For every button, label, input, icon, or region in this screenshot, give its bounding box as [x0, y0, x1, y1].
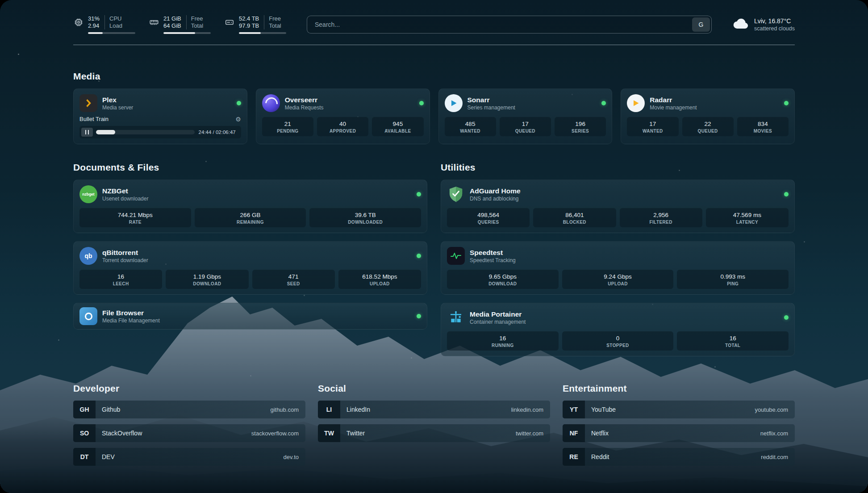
service-desc: Media server — [102, 104, 133, 111]
service-card-filebrowser[interactable]: File Browser Media File Management — [73, 303, 427, 330]
stat-total: 16 TOTAL — [677, 331, 789, 351]
stat-queued: 17 QUEUED — [500, 117, 551, 136]
resource-widgets: 31% 2.94 CPU Load — [73, 15, 286, 34]
cpu-values: 31% 2.94 — [88, 15, 100, 29]
playback-progress-track[interactable] — [96, 130, 195, 134]
service-desc: Torrent downloader — [102, 257, 148, 264]
github-abbr-icon: GH — [73, 401, 96, 418]
service-desc: Media File Management — [102, 317, 160, 324]
status-indicator — [417, 254, 421, 258]
qbittorrent-icon: qb — [79, 247, 97, 265]
section-documents: Documents & Files nzbget NZBGet Usenet d… — [73, 162, 427, 356]
bookmark-netflix[interactable]: NF Netflix netflix.com — [563, 424, 795, 442]
stackoverflow-abbr-icon: SO — [73, 424, 96, 442]
bookmark-stackoverflow[interactable]: SO StackOverflow stackoverflow.com — [73, 424, 305, 442]
service-card-sonarr[interactable]: Sonarr Series management 485 WANTED 17 Q… — [438, 88, 613, 144]
service-card-adguard[interactable]: AdGuard Home DNS and adblocking 498,564 … — [441, 180, 795, 233]
status-indicator — [419, 101, 424, 105]
bookmark-title-entertainment: Entertainment — [563, 383, 795, 394]
service-name: Sonarr — [467, 96, 515, 104]
cpu-widget: 31% 2.94 CPU Load — [73, 15, 135, 34]
bookmark-group-entertainment: Entertainment YT YouTube youtube.com NF … — [563, 383, 795, 466]
netflix-abbr-icon: NF — [563, 424, 585, 442]
service-desc: Container management — [470, 318, 526, 326]
bookmark-github[interactable]: GH Github github.com — [73, 401, 305, 418]
bookmark-title-social: Social — [318, 383, 550, 394]
weather-widget: Lviv, 16.87°C scattered clouds — [732, 17, 795, 32]
service-desc: Media Requests — [285, 104, 324, 111]
bookmark-title-developer: Developer — [73, 383, 305, 394]
playback-time: 24:44 / 02:06:47 — [198, 130, 239, 135]
bookmark-linkedin[interactable]: LI LinkedIn linkedin.com — [318, 401, 550, 418]
cpu-labels: CPU Load — [104, 15, 122, 29]
cloud-icon — [732, 17, 749, 32]
stat-upload: 618.52 Mbps UPLOAD — [338, 270, 421, 289]
pause-button[interactable] — [81, 128, 93, 137]
status-indicator — [784, 315, 789, 320]
service-name: Media Portainer — [470, 310, 526, 318]
service-desc: Usenet downloader — [102, 195, 148, 202]
stat-wanted: 17 WANTED — [627, 117, 678, 136]
memory-widget: 21 GiB 64 GiB Free Total — [149, 15, 211, 34]
linkedin-abbr-icon: LI — [318, 401, 340, 418]
pause-icon — [85, 130, 89, 134]
service-name: Plex — [102, 96, 133, 104]
bookmark-group-social: Social LI LinkedIn linkedin.com TW Twitt… — [318, 383, 550, 466]
stat-filtered: 2,956 FILTERED — [620, 208, 702, 227]
service-card-overseerr[interactable]: Overseerr Media Requests 21 PENDING 40 A… — [256, 88, 430, 144]
stat-wanted: 485 WANTED — [445, 117, 496, 136]
stat-download: 9.65 Gbps DOWNLOAD — [447, 270, 559, 289]
section-title-utilities: Utilities — [441, 162, 795, 173]
bookmark-dev[interactable]: DT DEV dev.to — [73, 448, 305, 466]
stat-queries: 498,564 QUERIES — [447, 208, 530, 227]
service-name: AdGuard Home — [470, 187, 521, 195]
stat-leech: 16 LEECH — [79, 270, 162, 289]
disk-icon — [224, 17, 235, 28]
stat-download: 1.19 Gbps DOWNLOAD — [166, 270, 248, 289]
disk-labels: Free Total — [264, 15, 281, 29]
service-card-nzbget[interactable]: nzbget NZBGet Usenet downloader 744.21 M… — [73, 180, 427, 233]
service-name: qBittorrent — [102, 248, 148, 257]
search-provider-button[interactable]: G — [692, 17, 710, 32]
section-utilities: Utilities — [441, 162, 795, 356]
nzbget-icon: nzbget — [79, 185, 97, 203]
stat-pending: 21 PENDING — [262, 117, 313, 136]
header-bar: 31% 2.94 CPU Load — [73, 15, 795, 34]
settings-gear-icon[interactable]: ⚙ — [235, 116, 241, 122]
portainer-icon — [447, 309, 465, 326]
status-indicator — [417, 314, 421, 318]
service-card-portainer[interactable]: Media Portainer Container management 16 … — [441, 303, 795, 356]
bookmark-youtube[interactable]: YT YouTube youtube.com — [563, 401, 795, 418]
bookmark-twitter[interactable]: TW Twitter twitter.com — [318, 424, 550, 442]
service-card-plex[interactable]: Plex Media server Bullet Train ⚙ — [73, 88, 247, 144]
service-desc: Speedtest Tracking — [470, 257, 516, 264]
now-playing-title: Bullet Train — [79, 116, 108, 122]
plex-player-bar: 24:44 / 02:06:47 — [79, 126, 241, 138]
cpu-icon — [73, 17, 84, 28]
youtube-abbr-icon: YT — [563, 401, 585, 418]
radarr-icon — [627, 94, 645, 112]
service-desc: Series management — [467, 104, 515, 111]
status-indicator — [784, 192, 789, 196]
reddit-abbr-icon: RE — [563, 448, 585, 466]
search-input[interactable] — [309, 21, 692, 28]
stat-downloaded: 39.6 TB DOWNLOADED — [309, 208, 421, 227]
service-card-speedtest[interactable]: Speedtest Speedtest Tracking 9.65 Gbps D… — [441, 241, 795, 295]
stat-latency: 47.569 ms LATENCY — [706, 208, 789, 227]
bookmark-reddit[interactable]: RE Reddit reddit.com — [563, 448, 795, 466]
stat-upload: 9.24 Gbps UPLOAD — [562, 270, 674, 289]
service-name: Speedtest — [470, 248, 516, 257]
status-indicator — [237, 101, 241, 105]
memory-labels: Free Total — [186, 15, 203, 29]
stat-remaining: 266 GB REMAINING — [195, 208, 306, 227]
header-divider — [73, 45, 795, 45]
service-card-qbittorrent[interactable]: qb qBittorrent Torrent downloader 16 — [73, 241, 427, 295]
memory-icon — [149, 17, 159, 28]
stat-blocked: 86,401 BLOCKED — [533, 208, 616, 227]
status-indicator — [784, 101, 789, 105]
service-card-radarr[interactable]: Radarr Movie management 17 WANTED 22 QUE… — [621, 88, 795, 144]
plex-icon — [79, 94, 97, 112]
disk-widget: 52.4 TB 97.9 TB Free Total — [224, 15, 286, 34]
memory-values: 21 GiB 64 GiB — [163, 15, 181, 29]
speedtest-icon — [447, 247, 465, 265]
